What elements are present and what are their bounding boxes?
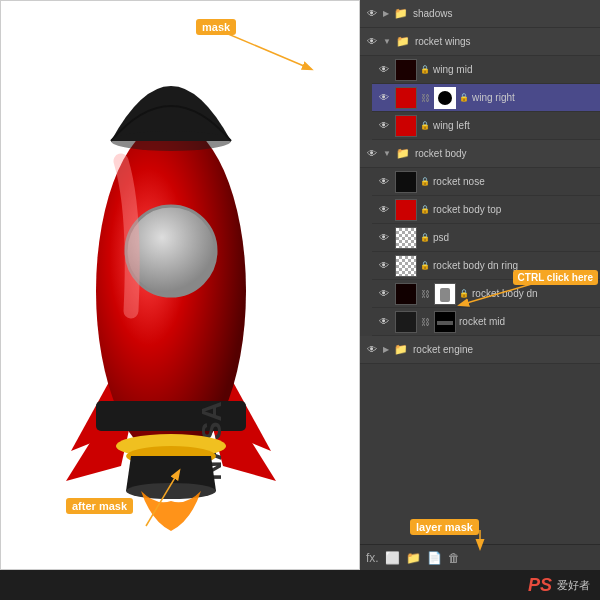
chain-icon: ⛓ bbox=[420, 93, 431, 103]
layer-name: rocket body top bbox=[433, 204, 596, 215]
visibility-icon[interactable]: 👁 bbox=[376, 62, 392, 78]
lock-icon: 🔒 bbox=[420, 121, 430, 131]
new-layer-button[interactable]: 📄 bbox=[427, 551, 442, 565]
layer-thumbnail bbox=[395, 171, 417, 193]
layer-name: shadows bbox=[413, 8, 596, 19]
screenshot: NASA mask bbox=[0, 0, 600, 600]
layer-rocket-mid[interactable]: 👁 ⛓ rocket mid bbox=[372, 308, 600, 336]
layer-thumbnail bbox=[395, 255, 417, 277]
group-arrow: ▶ bbox=[383, 9, 389, 18]
visibility-icon[interactable]: 👁 bbox=[376, 118, 392, 134]
group-button[interactable]: 📁 bbox=[406, 551, 421, 565]
lock-icon: 🔒 bbox=[459, 289, 469, 299]
layer-rocket-body-top[interactable]: 👁 🔒 rocket body top bbox=[372, 196, 600, 224]
layer-name: psd bbox=[433, 232, 596, 243]
delete-button[interactable]: 🗑 bbox=[448, 551, 460, 565]
layer-thumbnail bbox=[395, 283, 417, 305]
visibility-icon[interactable]: 👁 bbox=[364, 146, 380, 162]
svg-point-8 bbox=[126, 483, 216, 499]
visibility-icon[interactable]: 👁 bbox=[376, 286, 392, 302]
layer-mask-thumbnail bbox=[434, 283, 456, 305]
visibility-icon[interactable]: 👁 bbox=[364, 34, 380, 50]
ctrl-click-annotation: CTRL click here bbox=[513, 270, 598, 285]
after-mask-annotation: after mask bbox=[66, 498, 133, 514]
folder-icon: 📁 bbox=[396, 147, 410, 160]
layer-rocket-nose[interactable]: 👁 🔒 rocket nose bbox=[372, 168, 600, 196]
visibility-icon[interactable]: 👁 bbox=[376, 314, 392, 330]
layer-thumbnail bbox=[395, 199, 417, 221]
svg-point-1 bbox=[111, 131, 231, 151]
chain-icon: ⛓ bbox=[420, 317, 431, 327]
layer-name: wing left bbox=[433, 120, 596, 131]
mask-button[interactable]: ⬜ bbox=[385, 551, 400, 565]
layer-group-rocket-wings[interactable]: 👁 ▼ 📁 rocket wings bbox=[360, 28, 600, 56]
lock-icon: 🔒 bbox=[459, 93, 469, 103]
visibility-icon[interactable]: 👁 bbox=[376, 230, 392, 246]
visibility-icon[interactable]: 👁 bbox=[376, 90, 392, 106]
visibility-icon[interactable]: 👁 bbox=[376, 258, 392, 274]
layer-group-rocket-body[interactable]: 👁 ▼ 📁 rocket body bbox=[360, 140, 600, 168]
lock-icon: 🔒 bbox=[420, 233, 430, 243]
layers-toolbar: fx. ⬜ 📁 📄 🗑 bbox=[360, 544, 600, 570]
layer-mask-thumbnail bbox=[434, 311, 456, 333]
fx-button[interactable]: fx. bbox=[366, 551, 379, 565]
ps-logo: PS bbox=[528, 575, 552, 596]
layers-panel: 👁 ▶ 📁 shadows 👁 ▼ 📁 rocket wings 👁 🔒 win… bbox=[360, 0, 600, 570]
layer-thumbnail bbox=[395, 115, 417, 137]
layer-thumbnail bbox=[395, 311, 417, 333]
layer-thumbnail bbox=[395, 87, 417, 109]
mask-annotation: mask bbox=[196, 19, 236, 35]
layer-name: wing right bbox=[472, 92, 596, 103]
layer-mask-annotation: layer mask bbox=[410, 519, 479, 535]
chain-icon: ⛓ bbox=[420, 289, 431, 299]
layer-name: rocket wings bbox=[415, 36, 596, 47]
folder-icon: 📁 bbox=[396, 35, 410, 48]
layer-name: rocket nose bbox=[433, 176, 596, 187]
visibility-icon[interactable]: 👁 bbox=[364, 6, 380, 22]
layer-group-rocket-engine[interactable]: 👁 ▶ 📁 rocket engine bbox=[360, 336, 600, 364]
layer-thumbnail bbox=[395, 59, 417, 81]
layer-wing-left[interactable]: 👁 🔒 wing left bbox=[372, 112, 600, 140]
layer-name: rocket body dn bbox=[472, 288, 596, 299]
visibility-icon[interactable]: 👁 bbox=[364, 342, 380, 358]
group-arrow: ▼ bbox=[383, 149, 391, 158]
left-panel: NASA mask bbox=[0, 0, 360, 570]
bottom-bar: PS 爱好者 bbox=[0, 570, 600, 600]
group-arrow: ▼ bbox=[383, 37, 391, 46]
layer-name: rocket mid bbox=[459, 316, 596, 327]
folder-icon: 📁 bbox=[394, 343, 408, 356]
layer-name: rocket body bbox=[415, 148, 596, 159]
visibility-icon[interactable]: 👁 bbox=[376, 174, 392, 190]
site-name: 爱好者 bbox=[557, 578, 590, 593]
layer-group-shadows[interactable]: 👁 ▶ 📁 shadows bbox=[360, 0, 600, 28]
layer-wing-right[interactable]: 👁 ⛓ 🔒 wing right bbox=[372, 84, 600, 112]
visibility-icon[interactable]: 👁 bbox=[376, 202, 392, 218]
layer-psd[interactable]: 👁 🔒 psd bbox=[372, 224, 600, 252]
layer-name: wing mid bbox=[433, 64, 596, 75]
group-arrow: ▶ bbox=[383, 345, 389, 354]
folder-icon: 📁 bbox=[394, 7, 408, 20]
lock-icon: 🔒 bbox=[420, 177, 430, 187]
lock-icon: 🔒 bbox=[420, 205, 430, 215]
rocket-illustration: NASA bbox=[31, 11, 331, 531]
layer-wing-mid[interactable]: 👁 🔒 wing mid bbox=[372, 56, 600, 84]
lock-icon: 🔒 bbox=[420, 261, 430, 271]
layer-thumbnail bbox=[395, 227, 417, 249]
layer-name: rocket engine bbox=[413, 344, 596, 355]
lock-icon: 🔒 bbox=[420, 65, 430, 75]
layer-mask-thumbnail bbox=[434, 87, 456, 109]
